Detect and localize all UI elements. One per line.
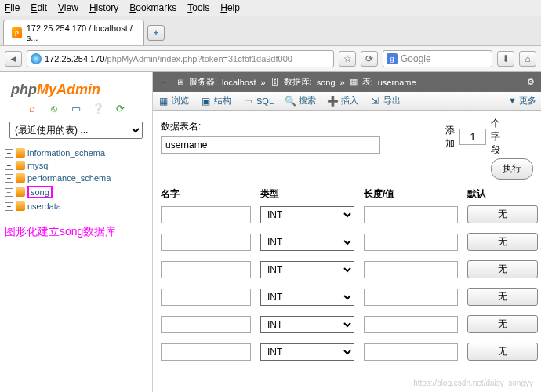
sidebar-toolbar: ⌂ ⎋ ▭ ❔ ⟳ [5, 103, 147, 115]
search-placeholder: Google [401, 53, 431, 64]
field-default-button[interactable]: 无 [467, 288, 538, 306]
menu-bookmarks[interactable]: Bookmarks [129, 2, 176, 13]
field-length-input[interactable] [364, 289, 458, 306]
db-item-performance_schema[interactable]: +performance_schema [5, 172, 147, 184]
field-name-input[interactable] [161, 261, 251, 278]
field-row: INT无 [161, 233, 533, 251]
field-name-input[interactable] [161, 206, 251, 223]
tab-导出[interactable]: ⇲导出 [369, 95, 401, 107]
tab-结构[interactable]: ▣结构 [200, 95, 231, 107]
field-type-select[interactable]: INT [260, 261, 354, 278]
tablename-label: 数据表名: [161, 120, 380, 133]
db-icon: 🗄 [270, 78, 279, 87]
expand-icon[interactable]: + [5, 202, 13, 211]
menu-file[interactable]: File [5, 2, 20, 13]
back-button[interactable]: ◄ [5, 51, 22, 67]
browser-tab[interactable]: p 172.25.254.170 / localhost / s... [3, 20, 144, 45]
expand-icon[interactable]: + [5, 174, 13, 183]
field-row: INT无 [161, 260, 533, 278]
annotation-text: 图形化建立song数据库 [5, 225, 147, 239]
db-icon [16, 201, 25, 211]
field-type-select[interactable]: INT [260, 289, 354, 306]
search-box[interactable]: g Google [383, 50, 492, 67]
field-row: INT无 [161, 205, 533, 223]
field-length-input[interactable] [364, 234, 458, 251]
field-name-input[interactable] [161, 343, 251, 361]
field-default-button[interactable]: 无 [467, 233, 538, 251]
bc-server[interactable]: localhost [222, 78, 256, 87]
field-name-input[interactable] [161, 234, 251, 251]
menu-history[interactable]: History [89, 2, 118, 13]
reload-icon[interactable]: ⟳ [114, 103, 126, 115]
db-item-song[interactable]: −song [5, 184, 147, 200]
home-button[interactable]: ⌂ [519, 51, 536, 67]
field-name-input[interactable] [161, 289, 251, 306]
field-default-button[interactable]: 无 [467, 205, 538, 223]
menu-edit[interactable]: Edit [31, 2, 47, 13]
url-text: 172.25.254.170/phpMyAdmin/index.php?toke… [45, 54, 292, 64]
tab-icon: ▦ [158, 96, 169, 107]
bc-db[interactable]: song [317, 78, 336, 87]
field-type-select[interactable]: INT [260, 206, 354, 223]
tab-SQL[interactable]: ▭SQL [242, 96, 274, 107]
home-icon[interactable]: ⌂ [26, 103, 38, 115]
field-default-button[interactable]: 无 [467, 315, 538, 333]
db-item-mysql[interactable]: +mysql [5, 159, 147, 172]
add-count-input[interactable] [459, 129, 486, 145]
server-icon: 🖥 [176, 78, 184, 87]
db-icon [16, 148, 25, 158]
sql-icon[interactable]: ▭ [70, 103, 82, 115]
field-length-input[interactable] [364, 261, 458, 278]
menu-view[interactable]: View [58, 2, 78, 13]
tab-icon: ▭ [242, 96, 253, 107]
execute-button[interactable]: 执行 [491, 158, 533, 180]
menu-help[interactable]: Help [220, 2, 240, 13]
recent-select[interactable]: (最近使用的表) ... [9, 122, 143, 139]
url-box[interactable]: 172.25.254.170/phpMyAdmin/index.php?toke… [27, 50, 334, 67]
field-type-select[interactable]: INT [260, 343, 354, 361]
tab-浏览[interactable]: ▦浏览 [158, 95, 189, 107]
globe-icon [31, 53, 42, 64]
hdr-type: 类型 [260, 187, 354, 201]
db-item-userdata[interactable]: +userdata [5, 200, 147, 212]
docs-icon[interactable]: ❔ [92, 103, 104, 115]
reload-button[interactable]: ⟳ [361, 51, 378, 67]
field-length-input[interactable] [364, 343, 458, 361]
pma-sidebar: phpMyAdmin ⌂ ⎋ ▭ ❔ ⟳ (最近使用的表) ... +infor… [0, 72, 153, 392]
tab-icon: 🔍 [285, 96, 296, 107]
tab-插入[interactable]: ➕插入 [327, 95, 358, 107]
collapse-nav-icon[interactable]: ← [159, 78, 168, 87]
column-headers: 名字 类型 长度/值 默认 [161, 187, 533, 201]
menu-tools[interactable]: Tools [187, 2, 209, 13]
add-label: 添加 [445, 124, 455, 151]
field-length-input[interactable] [364, 316, 458, 333]
database-tree: +information_schema+mysql+performance_sc… [5, 147, 147, 212]
breadcrumb: ← 🖥 服务器: localhost » 🗄 数据库: song » ▦ 表: … [153, 72, 541, 92]
settings-icon[interactable]: ⚙ [527, 77, 535, 87]
expand-icon[interactable]: + [5, 149, 13, 158]
table-icon: ▦ [350, 77, 358, 87]
expand-icon[interactable]: − [5, 188, 13, 197]
tab-搜索[interactable]: 🔍搜索 [285, 95, 316, 107]
hdr-length: 长度/值 [364, 187, 458, 201]
tab-title: 172.25.254.170 / localhost / s... [27, 24, 136, 42]
field-type-select[interactable]: INT [260, 316, 354, 333]
bookmark-button[interactable]: ☆ [339, 51, 356, 67]
logout-icon[interactable]: ⎋ [48, 103, 60, 115]
bc-table[interactable]: username [378, 78, 416, 87]
tab-more[interactable]: ▼ 更多 [508, 95, 536, 107]
field-row: INT无 [161, 315, 533, 333]
field-name-input[interactable] [161, 316, 251, 333]
field-default-button[interactable]: 无 [467, 260, 538, 278]
download-button[interactable]: ⬇ [497, 51, 514, 67]
tab-icon: ▣ [200, 96, 211, 107]
expand-icon[interactable]: + [5, 162, 13, 170]
field-type-select[interactable]: INT [260, 234, 354, 251]
field-default-button[interactable]: 无 [467, 343, 538, 361]
recent-tables[interactable]: (最近使用的表) ... [9, 122, 143, 139]
create-table-form: 数据表名: 添加 个字段 执行 名字 类型 长度/值 默认 INT无INT [153, 111, 541, 392]
field-length-input[interactable] [364, 206, 458, 223]
db-item-information_schema[interactable]: +information_schema [5, 147, 147, 159]
new-tab-button[interactable]: + [147, 25, 165, 41]
tablename-input[interactable] [161, 136, 380, 154]
